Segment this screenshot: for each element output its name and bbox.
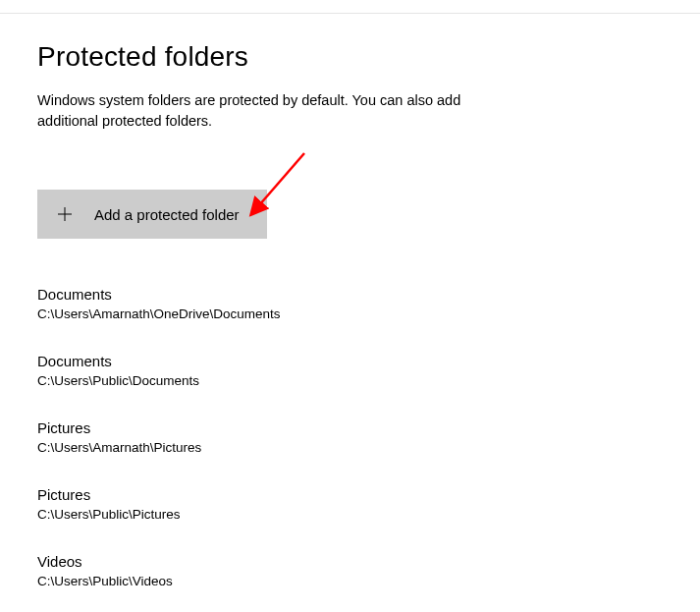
folder-name: Documents: [37, 286, 700, 303]
page-title: Protected folders: [37, 41, 700, 73]
folder-name: Pictures: [37, 486, 700, 503]
folder-list: Documents C:\Users\Amarnath\OneDrive\Doc…: [37, 286, 700, 588]
folder-path: C:\Users\Public\Documents: [37, 373, 700, 388]
add-button-label: Add a protected folder: [94, 206, 240, 223]
folder-item[interactable]: Videos C:\Users\Public\Videos: [37, 553, 700, 588]
page-description: Windows system folders are protected by …: [37, 90, 479, 131]
page-container: Protected folders Windows system folders…: [0, 14, 700, 588]
folder-path: C:\Users\Amarnath\OneDrive\Documents: [37, 306, 700, 321]
plus-icon: [57, 206, 73, 222]
folder-name: Videos: [37, 553, 700, 570]
folder-item[interactable]: Documents C:\Users\Amarnath\OneDrive\Doc…: [37, 286, 700, 321]
folder-path: C:\Users\Public\Videos: [37, 574, 700, 588]
folder-item[interactable]: Pictures C:\Users\Public\Pictures: [37, 486, 700, 522]
add-protected-folder-button[interactable]: Add a protected folder: [37, 190, 267, 239]
folder-name: Pictures: [37, 419, 700, 436]
folder-item[interactable]: Documents C:\Users\Public\Documents: [37, 353, 700, 388]
folder-path: C:\Users\Public\Pictures: [37, 507, 700, 522]
folder-name: Documents: [37, 353, 700, 369]
folder-path: C:\Users\Amarnath\Pictures: [37, 440, 700, 455]
folder-item[interactable]: Pictures C:\Users\Amarnath\Pictures: [37, 419, 700, 455]
